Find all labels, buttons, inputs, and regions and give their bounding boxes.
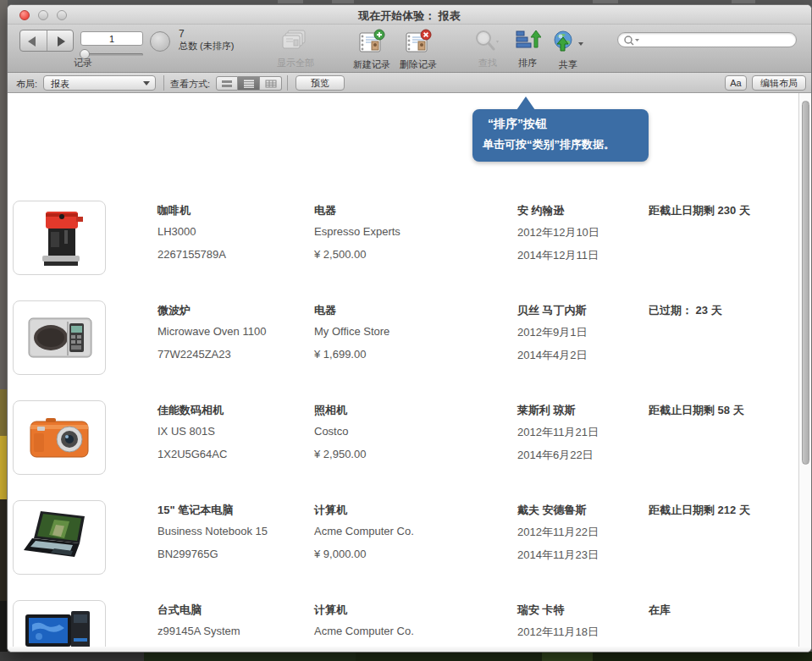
quick-find-field[interactable] (617, 32, 797, 47)
record-slider-track (80, 53, 143, 56)
item-name: 台式电脑 (157, 603, 202, 618)
item-price: ¥ 2,950.00 (314, 448, 366, 460)
record-total-label: 总数 (未排序) (179, 40, 234, 52)
product-photo-laptop-computer (13, 500, 106, 575)
item-status: 距截止日期剩 58 天 (649, 403, 744, 418)
separator (287, 75, 288, 91)
layout-popup-value: 报表 (51, 78, 69, 91)
list-view-button[interactable] (238, 76, 260, 91)
record-group-label: 记录 (19, 57, 146, 69)
edit-layout-button[interactable]: 编辑布局 (752, 75, 806, 91)
found-set-pie-button[interactable] (150, 31, 170, 52)
sort-bars-icon (514, 29, 541, 54)
item-price: ¥ 1,699.00 (314, 348, 366, 361)
item-category: 计算机 (314, 603, 347, 618)
item-date-end: 2014年12月11日 (517, 248, 599, 263)
sort-tooltip-callout: “排序”按钮 单击可按“类别”排序数据。 (472, 109, 649, 162)
delete-record-button[interactable]: 删除记录 (391, 28, 445, 70)
item-status: 已过期： 23 天 (649, 303, 722, 318)
current-record-input[interactable] (80, 31, 143, 46)
item-date-start: 2012年11月21日 (517, 425, 599, 440)
list-view-icon (243, 80, 255, 88)
item-date-start: 2012年12月10日 (517, 225, 599, 240)
item-name: 佳能数码相机 (157, 403, 224, 418)
separator (163, 75, 164, 91)
item-status: 距截止日期剩 212 天 (649, 503, 750, 518)
item-price: ¥ 9,000.00 (314, 548, 366, 560)
menubar-fragment (278, 0, 303, 3)
item-owner: 戴夫 安德鲁斯 (517, 503, 587, 518)
next-record-button[interactable] (47, 30, 74, 51)
item-model: z99145A System (157, 625, 240, 637)
item-date-start: 2012年11月22日 (517, 525, 599, 540)
item-vendor: Acme Computer Co. (314, 525, 414, 537)
callout-arrow-icon (516, 96, 535, 110)
show-all-label: 显示全部 (268, 57, 323, 69)
layout-popup-menu[interactable]: 报表 (43, 75, 156, 91)
item-vendor: Acme Computer Co. (314, 625, 414, 637)
record-row[interactable]: 佳能数码相机 IX US 801S 1X2U5G64AC 照相机 Costco … (8, 400, 811, 475)
item-owner: 安 约翰逊 (517, 203, 565, 218)
item-status: 在库 (649, 603, 671, 618)
item-date-end: 2014年11月23日 (517, 548, 599, 563)
product-photo-desktop-computer (13, 600, 106, 647)
share-globe-icon (551, 29, 585, 54)
preview-button[interactable]: 预览 (296, 75, 345, 91)
form-view-icon (221, 80, 233, 88)
delete-record-label: 删除记录 (391, 58, 445, 71)
record-row[interactable]: 咖啡机 LH3000 2267155789A 电器 Espresso Exper… (8, 201, 811, 275)
menubar-fragment (732, 0, 755, 3)
vertical-scrollbar[interactable] (798, 93, 811, 647)
filemaker-window: 现在开始体验： 报表 7 总数 (未排序) 记录 (7, 4, 812, 653)
record-row[interactable]: 微波炉 Microwave Oven 1100 77W2245ZA23 电器 M… (8, 300, 811, 375)
desktop-bottom-sliver (0, 652, 812, 661)
desktop-background: 现在开始体验： 报表 7 总数 (未排序) 记录 (0, 0, 812, 661)
layout-bar: 布局: 报表 查看方式: (8, 73, 811, 93)
new-record-icon (357, 29, 386, 54)
product-photo-espresso-machine (13, 201, 106, 275)
share-button[interactable]: 共享 (541, 28, 595, 70)
item-owner: 贝丝 马丁内斯 (517, 303, 587, 318)
form-view-button[interactable] (216, 76, 238, 91)
product-photo-microwave-oven (13, 300, 106, 375)
next-record-icon (58, 36, 65, 47)
record-row[interactable]: 15" 笔记本电脑 Business Notebook 15 BN299765G… (8, 500, 811, 575)
table-view-button[interactable] (260, 76, 282, 91)
magnifier-icon (472, 29, 503, 54)
callout-title: “排序”按钮 (488, 117, 547, 132)
item-model: LH3000 (157, 225, 196, 238)
item-price: ¥ 2,500.00 (314, 248, 366, 261)
show-all-cards-icon (281, 29, 310, 54)
table-view-icon (265, 80, 277, 88)
item-model: Business Notebook 15 (157, 525, 268, 537)
search-icon (623, 35, 642, 47)
share-label: 共享 (541, 58, 595, 71)
previous-record-icon (28, 36, 36, 47)
item-date-end: 2014年6月22日 (517, 448, 594, 463)
window-bottom-edge (8, 647, 811, 653)
item-name: 微波炉 (157, 303, 191, 318)
chevron-down-icon (143, 81, 150, 85)
item-model: Microwave Oven 1100 (157, 325, 266, 338)
text-formatting-button[interactable]: Aa (725, 75, 747, 91)
item-owner: 莱斯利 琼斯 (517, 403, 576, 418)
scrollbar-thumb[interactable] (802, 101, 809, 465)
layout-label: 布局: (16, 78, 37, 91)
record-total-count: 7 (179, 28, 185, 40)
callout-body: 单击可按“类别”排序数据。 (483, 137, 615, 152)
record-book-navigator[interactable] (19, 30, 74, 52)
record-row[interactable]: 台式电脑 z99145A System 计算机 Acme Computer Co… (8, 600, 811, 647)
search-input[interactable] (644, 34, 793, 46)
show-all-button[interactable]: 显示全部 (268, 28, 323, 70)
product-photo-digital-camera (13, 400, 106, 475)
view-mode-label: 查看方式: (170, 78, 210, 91)
delete-record-icon (404, 29, 433, 54)
previous-record-button[interactable] (20, 30, 47, 51)
menubar-fragment (593, 0, 618, 3)
item-name: 15" 笔记本电脑 (157, 503, 233, 518)
item-category: 电器 (314, 303, 336, 318)
item-date-start: 2012年9月1日 (517, 325, 587, 340)
item-category: 计算机 (314, 503, 347, 518)
item-vendor: Espresso Experts (314, 225, 400, 238)
status-toolbar: 7 总数 (未排序) 记录 显示全部 (8, 25, 811, 73)
